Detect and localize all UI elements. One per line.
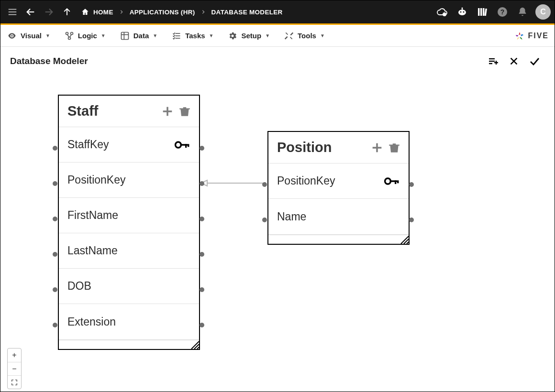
connector-dot[interactable] xyxy=(200,252,204,257)
add-field-button[interactable] xyxy=(368,141,386,154)
back-icon[interactable] xyxy=(22,3,40,21)
help-icon[interactable]: ? xyxy=(493,3,511,21)
five-logo-icon xyxy=(514,31,525,41)
delete-table-button[interactable] xyxy=(386,142,403,154)
cloud-icon[interactable] xyxy=(433,3,451,21)
field-label: LastName xyxy=(67,244,118,257)
delete-table-button[interactable] xyxy=(176,105,193,118)
zoom-out-button[interactable]: − xyxy=(8,362,21,375)
table-field[interactable]: PositionKey xyxy=(268,163,409,199)
svg-marker-29 xyxy=(521,34,524,36)
breadcrumb: HOME APPLICATIONS (HR) DATABASE MODELER xyxy=(81,8,283,16)
svg-marker-30 xyxy=(520,37,522,40)
table-field[interactable]: Name xyxy=(268,199,409,234)
chevron-right-icon xyxy=(201,10,206,14)
connector-dot[interactable] xyxy=(262,182,267,187)
svg-rect-22 xyxy=(121,32,128,39)
connector-dot[interactable] xyxy=(200,287,204,292)
resize-handle-icon[interactable] xyxy=(400,235,409,244)
svg-text:?: ? xyxy=(500,8,505,16)
add-table-button[interactable] xyxy=(488,55,499,67)
svg-point-44 xyxy=(176,142,181,148)
table-field[interactable]: FirstName xyxy=(59,198,199,233)
diagram-canvas[interactable]: Staff StaffKeyPositionKeyFirstNameLastNa… xyxy=(0,76,555,391)
page-header: Database Modeler xyxy=(0,47,555,76)
svg-point-20 xyxy=(70,32,73,34)
svg-point-19 xyxy=(66,32,68,34)
table-field[interactable]: DOB xyxy=(59,269,199,304)
breadcrumb-home[interactable]: HOME xyxy=(81,8,113,16)
close-button[interactable] xyxy=(509,56,519,66)
confirm-button[interactable] xyxy=(529,55,540,67)
table-card-position[interactable]: Position PositionKeyName xyxy=(267,131,410,245)
breadcrumb-label: DATABASE MODELER xyxy=(211,9,283,16)
zoom-in-button[interactable]: + xyxy=(8,348,21,362)
primary-key-icon xyxy=(384,176,400,186)
caret-down-icon: ▼ xyxy=(45,33,50,38)
connector-dot[interactable] xyxy=(200,181,204,186)
fit-screen-button[interactable] xyxy=(8,375,21,389)
connector-dot[interactable] xyxy=(53,217,57,221)
svg-point-9 xyxy=(463,11,465,13)
menu-logic[interactable]: Logic▼ xyxy=(65,31,106,41)
connector-dot[interactable] xyxy=(53,181,57,186)
menubar: Visual▼ Logic▼ Data▼ Tasks▼ Setup▼ Tools… xyxy=(0,25,555,47)
svg-point-7 xyxy=(458,10,466,15)
field-label: FirstName xyxy=(67,209,118,222)
up-icon[interactable] xyxy=(58,3,76,21)
table-field[interactable]: Extension xyxy=(59,304,199,339)
svg-marker-32 xyxy=(516,35,519,36)
connector-dot[interactable] xyxy=(200,323,204,327)
connector-dot[interactable] xyxy=(53,146,57,151)
field-label: Name xyxy=(277,210,306,223)
connector-dot[interactable] xyxy=(53,287,57,292)
add-field-button[interactable] xyxy=(159,105,176,118)
breadcrumb-label: HOME xyxy=(93,9,113,16)
svg-rect-12 xyxy=(478,8,480,16)
connector-dot[interactable] xyxy=(53,323,57,327)
svg-point-11 xyxy=(462,8,463,9)
field-label: PositionKey xyxy=(67,174,125,186)
menu-tools[interactable]: Tools▼ xyxy=(284,31,325,41)
avatar[interactable]: C xyxy=(535,4,551,20)
field-label: PositionKey xyxy=(277,174,335,187)
zoom-controls: + − xyxy=(7,348,22,389)
table-card-staff[interactable]: Staff StaffKeyPositionKeyFirstNameLastNa… xyxy=(58,95,200,350)
connector-dot[interactable] xyxy=(409,218,414,222)
svg-rect-15 xyxy=(484,9,487,16)
breadcrumb-app[interactable]: APPLICATIONS (HR) xyxy=(130,9,195,16)
table-field[interactable]: PositionKey xyxy=(59,163,199,198)
svg-marker-28 xyxy=(519,32,521,34)
field-label: DOB xyxy=(67,280,91,293)
resize-handle-icon[interactable] xyxy=(190,340,199,349)
library-icon[interactable] xyxy=(473,3,491,21)
table-footer xyxy=(59,339,199,349)
caret-down-icon: ▼ xyxy=(265,33,270,38)
page-title: Database Modeler xyxy=(10,56,88,66)
field-label: Extension xyxy=(67,316,116,328)
menu-visual[interactable]: Visual▼ xyxy=(7,31,50,41)
connector-dot[interactable] xyxy=(262,218,267,222)
robot-icon[interactable] xyxy=(453,3,471,21)
menu-data[interactable]: Data▼ xyxy=(120,31,157,41)
connector-dot[interactable] xyxy=(53,252,57,257)
connector-dot[interactable] xyxy=(200,217,204,221)
svg-rect-13 xyxy=(480,8,482,16)
primary-key-icon xyxy=(174,140,190,150)
svg-point-50 xyxy=(385,178,391,184)
svg-rect-53 xyxy=(397,180,399,183)
menu-tasks[interactable]: Tasks▼ xyxy=(172,31,213,41)
svg-point-21 xyxy=(68,37,70,39)
hamburger-icon[interactable] xyxy=(3,3,22,21)
svg-rect-46 xyxy=(185,144,187,148)
chevron-right-icon xyxy=(119,10,124,14)
connector-dot[interactable] xyxy=(409,182,414,187)
bell-icon[interactable] xyxy=(513,3,532,21)
connector-dot[interactable] xyxy=(200,146,204,151)
table-field[interactable]: LastName xyxy=(59,233,199,269)
breadcrumb-current[interactable]: DATABASE MODELER xyxy=(211,9,283,16)
table-field[interactable]: StaffKey xyxy=(59,127,199,163)
caret-down-icon: ▼ xyxy=(153,33,157,38)
table-header: Position xyxy=(268,132,409,163)
menu-setup[interactable]: Setup▼ xyxy=(228,31,270,41)
